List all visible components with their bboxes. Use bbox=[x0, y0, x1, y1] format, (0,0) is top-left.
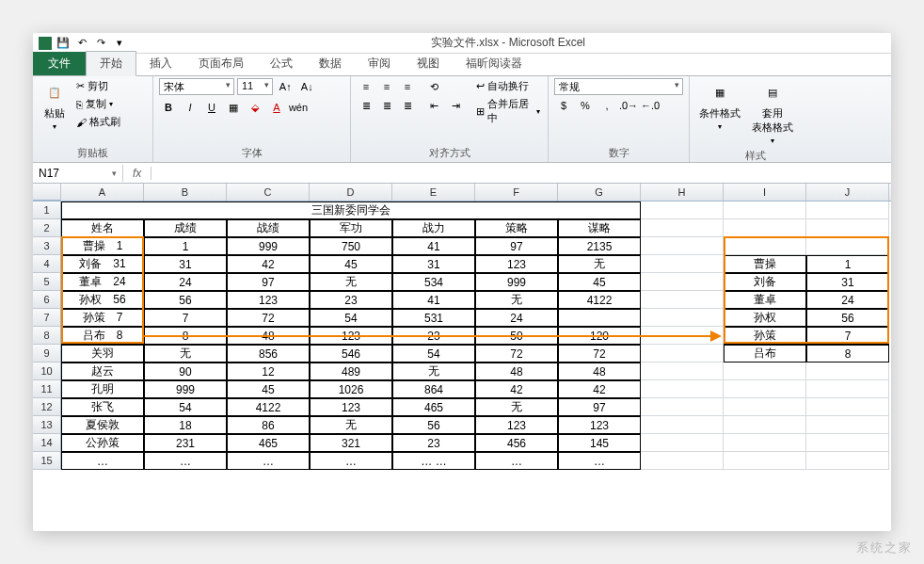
data-cell[interactable]: 45 bbox=[227, 380, 310, 398]
header-cell[interactable]: 姓名 bbox=[61, 219, 144, 237]
qat-dropdown[interactable]: ▾ bbox=[112, 36, 127, 51]
table-format-button[interactable]: ▤ 套用 表格格式 ▾ bbox=[748, 78, 797, 147]
cell[interactable] bbox=[641, 309, 724, 327]
cell[interactable] bbox=[806, 380, 889, 398]
data-cell[interactable]: 123 bbox=[227, 291, 310, 309]
header-cell[interactable]: 军功 bbox=[310, 219, 392, 237]
data-cell[interactable]: 97 bbox=[558, 398, 641, 416]
side-value-cell[interactable]: 7 bbox=[806, 327, 889, 345]
data-cell[interactable]: 7 bbox=[144, 309, 227, 327]
data-cell[interactable]: 56 bbox=[144, 291, 227, 309]
phonetic-button[interactable]: wén bbox=[289, 99, 308, 116]
data-cell[interactable]: 无 bbox=[558, 255, 641, 273]
cell[interactable] bbox=[641, 255, 724, 273]
data-cell[interactable]: 31 bbox=[392, 255, 475, 273]
data-cell[interactable]: 54 bbox=[310, 309, 392, 327]
data-cell[interactable]: … bbox=[558, 452, 641, 470]
col-header[interactable]: A bbox=[61, 184, 144, 201]
data-cell[interactable]: 531 bbox=[392, 309, 475, 327]
row-header[interactable]: 7 bbox=[33, 309, 61, 327]
comma-button[interactable]: , bbox=[597, 97, 616, 114]
data-cell[interactable]: 72 bbox=[475, 345, 558, 363]
data-cell[interactable]: 123 bbox=[558, 416, 641, 434]
data-cell[interactable] bbox=[558, 309, 641, 327]
header-cell[interactable]: 谋略 bbox=[558, 219, 641, 237]
data-cell[interactable]: 321 bbox=[310, 434, 392, 452]
cell[interactable] bbox=[641, 219, 724, 237]
data-cell[interactable]: … bbox=[227, 452, 310, 470]
data-cell[interactable]: 无 bbox=[475, 291, 558, 309]
font-name-select[interactable]: 宋体 bbox=[159, 78, 234, 95]
data-cell[interactable]: 1026 bbox=[310, 380, 392, 398]
italic-button[interactable]: I bbox=[181, 99, 199, 116]
align-bottom-button[interactable]: ≡ bbox=[398, 78, 417, 95]
data-cell[interactable]: 750 bbox=[310, 237, 392, 255]
side-value-cell[interactable]: 24 bbox=[806, 291, 889, 309]
data-cell[interactable]: 无 bbox=[392, 363, 475, 380]
col-header[interactable]: H bbox=[641, 184, 724, 201]
cell[interactable] bbox=[806, 416, 889, 434]
row-header[interactable]: 11 bbox=[33, 380, 61, 398]
data-cell[interactable]: … … bbox=[392, 452, 475, 470]
merge-center-button[interactable]: ⊞合并后居中▾ bbox=[474, 96, 542, 126]
data-cell[interactable]: 41 bbox=[392, 237, 475, 255]
paste-button[interactable]: 📋 粘贴 ▾ bbox=[39, 78, 71, 133]
row-header[interactable]: 8 bbox=[33, 327, 61, 345]
decimal-dec-button[interactable]: ←.0 bbox=[641, 97, 660, 114]
cell[interactable] bbox=[724, 363, 806, 380]
data-cell[interactable]: 97 bbox=[227, 273, 310, 291]
cell[interactable] bbox=[724, 416, 806, 434]
cell[interactable] bbox=[806, 452, 889, 470]
data-cell[interactable]: 856 bbox=[227, 345, 310, 363]
font-size-select[interactable]: 11 bbox=[237, 78, 273, 95]
row-header[interactable]: 14 bbox=[33, 434, 61, 452]
undo-button[interactable]: ↶ bbox=[74, 36, 89, 51]
data-cell[interactable]: 4122 bbox=[558, 291, 641, 309]
data-cell[interactable]: 54 bbox=[392, 345, 475, 363]
cell[interactable] bbox=[724, 434, 806, 452]
cell[interactable] bbox=[806, 363, 889, 380]
name-cell[interactable]: 张飞 bbox=[61, 398, 144, 416]
data-cell[interactable]: 18 bbox=[144, 416, 227, 434]
orientation-button[interactable]: ⟲ bbox=[424, 78, 443, 95]
grow-font-button[interactable]: A↑ bbox=[276, 78, 295, 95]
align-center-button[interactable]: ≣ bbox=[377, 97, 396, 114]
data-cell[interactable]: 72 bbox=[558, 345, 641, 363]
data-cell[interactable]: 24 bbox=[475, 309, 558, 327]
data-cell[interactable]: 999 bbox=[144, 380, 227, 398]
name-cell[interactable]: 赵云 bbox=[61, 363, 144, 380]
col-header[interactable]: B bbox=[144, 184, 227, 201]
tab-file[interactable]: 文件 bbox=[33, 52, 86, 75]
cell[interactable] bbox=[641, 345, 724, 363]
cell[interactable] bbox=[724, 452, 806, 470]
indent-dec-button[interactable]: ⇤ bbox=[424, 97, 443, 114]
cell[interactable] bbox=[724, 219, 806, 237]
tab-data[interactable]: 数据 bbox=[306, 52, 355, 75]
data-cell[interactable]: … bbox=[144, 452, 227, 470]
cell[interactable] bbox=[806, 398, 889, 416]
cell[interactable] bbox=[641, 434, 724, 452]
col-header[interactable]: D bbox=[310, 184, 392, 201]
side-name-cell[interactable]: 董卓 bbox=[724, 291, 806, 309]
data-cell[interactable]: 无 bbox=[310, 416, 392, 434]
name-cell[interactable]: 刘备 31 bbox=[61, 255, 144, 273]
save-button[interactable]: 💾 bbox=[56, 36, 71, 51]
name-cell[interactable]: 吕布 8 bbox=[61, 327, 144, 345]
name-cell[interactable]: 孔明 bbox=[61, 380, 144, 398]
row-header[interactable]: 6 bbox=[33, 291, 61, 309]
data-cell[interactable]: 145 bbox=[558, 434, 641, 452]
data-cell[interactable]: 465 bbox=[227, 434, 310, 452]
header-cell[interactable]: 策略 bbox=[475, 219, 558, 237]
currency-button[interactable]: $ bbox=[554, 97, 573, 114]
name-cell[interactable]: 孙策 7 bbox=[61, 309, 144, 327]
data-cell[interactable]: 48 bbox=[475, 363, 558, 380]
cell[interactable] bbox=[806, 201, 889, 219]
data-cell[interactable]: 54 bbox=[144, 398, 227, 416]
name-box[interactable]: N17▾ bbox=[33, 165, 123, 182]
side-value-cell[interactable]: 56 bbox=[806, 309, 889, 327]
header-cell[interactable]: 成绩 bbox=[144, 219, 227, 237]
data-cell[interactable]: 45 bbox=[310, 255, 392, 273]
data-cell[interactable]: 123 bbox=[475, 416, 558, 434]
name-cell[interactable]: … bbox=[61, 452, 144, 470]
row-header[interactable]: 13 bbox=[33, 416, 61, 434]
